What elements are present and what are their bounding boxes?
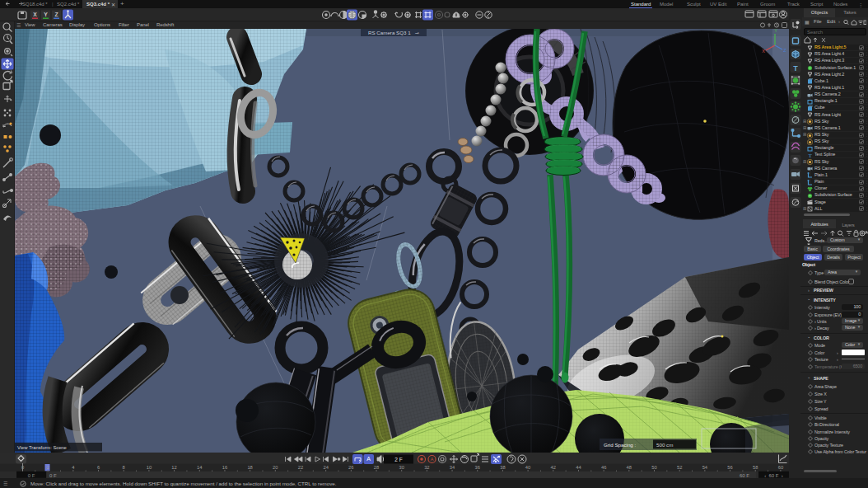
svg-text:12: 12 [171,465,176,470]
svg-text:20: 20 [273,465,278,470]
svg-text:Grid Spacing :: Grid Spacing : [604,442,636,448]
svg-text:Y: Y [774,29,777,33]
svg-text:26: 26 [348,465,353,470]
svg-text:58: 58 [753,465,758,470]
svg-text:50: 50 [651,465,656,470]
svg-text:28: 28 [374,465,379,470]
svg-text:60: 60 [778,465,783,470]
svg-text:22: 22 [298,465,303,470]
svg-text:A: A [431,457,434,462]
svg-text:48: 48 [627,465,632,470]
svg-text:54: 54 [702,465,708,470]
svg-text:30: 30 [399,465,404,470]
svg-text:46: 46 [601,465,606,470]
svg-text:X: X [33,12,37,17]
svg-text:36: 36 [475,465,480,470]
svg-text:10: 10 [147,465,152,470]
svg-text:View Transform: Scene: View Transform: Scene [17,445,67,450]
svg-text:44: 44 [576,465,581,470]
svg-text:34: 34 [450,465,455,470]
svg-text:14: 14 [197,465,203,470]
svg-text:40: 40 [525,465,530,470]
svg-text:A: A [366,456,371,462]
svg-text:8: 8 [123,465,125,470]
svg-text:24: 24 [323,465,329,470]
svg-text:18: 18 [247,465,252,470]
svg-text:4: 4 [72,465,75,470]
svg-text:RS Camera SQ3 1 ⇾: RS Camera SQ3 1 ⇾ [368,30,420,35]
svg-text:Y: Y [44,12,48,17]
svg-text:T: T [793,64,798,73]
svg-text:2: 2 [47,465,49,470]
svg-text:52: 52 [677,465,682,470]
svg-text:X: X [762,49,765,54]
svg-text:Z: Z [54,12,58,17]
svg-text:2 F: 2 F [394,457,402,462]
svg-text:500 cm: 500 cm [656,442,673,448]
svg-text:T: T [808,152,812,158]
svg-text:38: 38 [500,465,505,470]
svg-text:56: 56 [727,465,732,470]
svg-text:6: 6 [97,465,100,470]
svg-text:32: 32 [424,465,429,470]
svg-text:16: 16 [222,465,227,470]
svg-text:42: 42 [551,465,556,470]
